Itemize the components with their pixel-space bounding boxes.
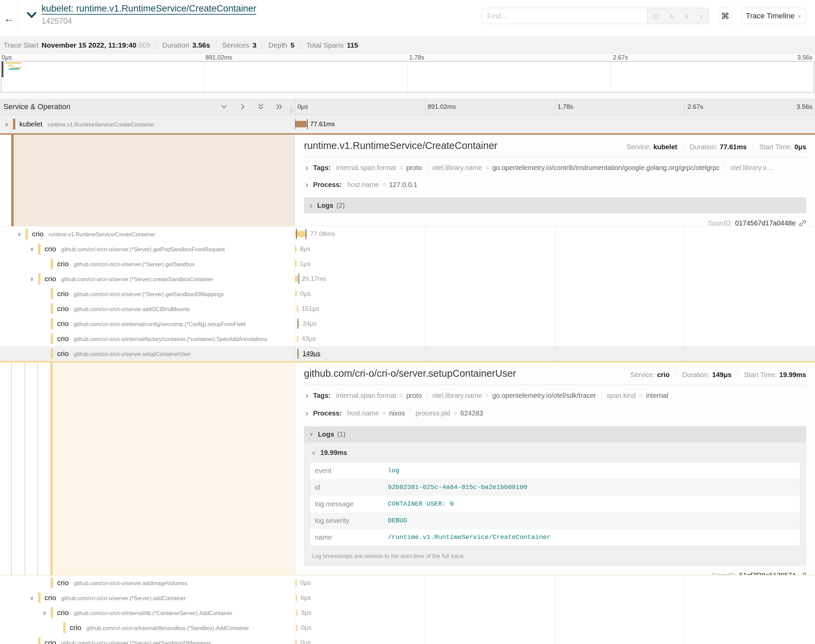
span-row-timeline-cell[interactable]: 1μs — [295, 256, 815, 271]
span-row[interactable]: criogithub.com/cri-o/cri-o/server.addOCI… — [0, 301, 815, 316]
span-row-timeline-cell[interactable]: 0μs — [295, 620, 815, 635]
span-row-timeline-cell[interactable]: 77.61ms — [295, 115, 815, 133]
span-row[interactable]: criogithub.com/cri-o/cri-o/server.(*Serv… — [0, 256, 815, 271]
span-row-timeline-cell[interactable]: 24μs — [295, 316, 815, 331]
span-children-collapse-icon[interactable]: ∨ — [30, 595, 34, 601]
expand-one-icon[interactable] — [238, 103, 247, 111]
span-duration-bar[interactable] — [296, 610, 297, 616]
locate-icon[interactable]: ◎ — [653, 12, 659, 20]
span-duration-label: 0μs — [300, 639, 311, 644]
tag-equals: = — [399, 392, 403, 400]
tag-item: span.kind=internal — [607, 392, 668, 400]
span-row[interactable]: criogithub.com/cri-o/cri-o/internal/fact… — [0, 331, 815, 346]
span-row-timeline-cell[interactable]: 8μs — [295, 241, 815, 256]
summary-item: Total Spans115 — [306, 41, 358, 49]
prev-result-icon[interactable]: ∧ — [669, 12, 674, 20]
span-row-timeline-cell[interactable]: 0μs — [295, 575, 815, 590]
span-duration-bar[interactable] — [295, 246, 297, 252]
span-row-timeline-cell[interactable]: 3μs — [295, 605, 815, 620]
span-row-name-cell[interactable]: ∨kubeletruntime.v1.RuntimeService/Create… — [0, 115, 295, 133]
log-entry-timestamp[interactable]: ∨19.99ms — [312, 449, 800, 457]
span-row-name-cell[interactable]: criogithub.com/cri-o/cri-o/server.(*Serv… — [0, 256, 295, 271]
span-row-name-cell[interactable]: ∨criogithub.com/cri-o/cri-o/server.(*Ser… — [0, 271, 295, 286]
span-children-collapse-icon[interactable]: ∨ — [43, 610, 47, 616]
span-row-name-cell[interactable]: criogithub.com/cri-o/cri-o/server.addOCI… — [0, 301, 295, 316]
span-duration-bar[interactable] — [295, 276, 298, 282]
next-result-icon[interactable]: ∨ — [684, 12, 689, 20]
span-row-timeline-cell[interactable]: 20.17ms — [295, 271, 815, 286]
service-name: crio — [70, 624, 81, 632]
chevron-right-icon[interactable]: › — [305, 181, 308, 189]
span-children-collapse-icon[interactable]: ∨ — [30, 276, 34, 282]
span-row-timeline-cell[interactable]: 151μs — [295, 301, 815, 316]
span-row-name-cell[interactable]: criogithub.com/cri-o/cri-o/internal/lib/… — [0, 620, 295, 635]
clear-search-icon[interactable]: × — [699, 12, 703, 20]
span-row[interactable]: criogithub.com/cri-o/cri-o/server.(*Serv… — [0, 635, 815, 644]
span-row[interactable]: ∨criogithub.com/cri-o/cri-o/server.(*Ser… — [0, 241, 815, 256]
span-row[interactable]: criogithub.com/cri-o/cri-o/server.(*Serv… — [0, 286, 815, 301]
find-input[interactable] — [481, 8, 647, 24]
chevron-right-icon[interactable]: › — [305, 410, 308, 417]
span-row[interactable]: criogithub.com/cri-o/cri-o/server.addIma… — [0, 575, 815, 590]
span-row-name-cell[interactable]: ∨criogithub.com/cri-o/cri-o/server.(*Ser… — [0, 590, 295, 605]
span-row-timeline-cell[interactable]: 149μs — [295, 346, 815, 361]
span-row[interactable]: ∨kubeletruntime.v1.RuntimeService/Create… — [0, 115, 815, 133]
span-row-name-cell[interactable]: criogithub.com/cri-o/cri-o/internal/fact… — [0, 331, 295, 346]
span-row-timeline-cell[interactable]: 77.08ms — [295, 227, 815, 241]
span-row[interactable]: ∨crioruntime.v1.RuntimeService/CreateCon… — [0, 227, 815, 241]
span-row-name-cell[interactable]: ∨crioruntime.v1.RuntimeService/CreateCon… — [0, 227, 295, 241]
chevron-right-icon[interactable]: › — [305, 164, 308, 172]
span-row[interactable]: criogithub.com/cri-o/cri-o/internal/conf… — [0, 316, 815, 331]
span-children-collapse-icon[interactable]: ∨ — [17, 231, 21, 237]
span-duration-bar[interactable] — [295, 231, 307, 237]
span-row[interactable]: criogithub.com/cri-o/cri-o/internal/lib/… — [0, 620, 815, 635]
column-resize-grip[interactable] — [290, 107, 293, 113]
span-row-timeline-cell[interactable]: 6μs — [295, 590, 815, 605]
span-duration-bar[interactable] — [295, 261, 297, 267]
chevron-right-icon[interactable]: › — [305, 392, 308, 399]
expand-all-icon[interactable] — [275, 103, 283, 111]
span-row[interactable]: ∨criogithub.com/cri-o/cri-o/server.(*Ser… — [0, 590, 815, 605]
collapse-one-icon[interactable] — [220, 103, 228, 111]
span-row[interactable]: ∨criogithub.com/cri-o/cri-o/internal/lib… — [0, 605, 815, 620]
trace-collapse-chevron-icon[interactable] — [26, 12, 37, 20]
span-row-name-cell[interactable]: ∨criogithub.com/cri-o/cri-o/internal/lib… — [0, 605, 295, 620]
span-row-name-cell[interactable]: criogithub.com/cri-o/cri-o/server.(*Serv… — [0, 635, 295, 644]
span-duration-bar[interactable] — [296, 625, 297, 631]
trace-view-selector[interactable]: Trace Timeline ∨ — [741, 8, 806, 24]
minimap-drag-handle[interactable] — [2, 61, 3, 77]
span-row-timeline-cell[interactable]: 43μs — [295, 331, 815, 346]
span-row-name-cell[interactable]: criogithub.com/cri-o/cri-o/server.(*Serv… — [0, 286, 295, 301]
span-row[interactable]: ∨criogithub.com/cri-o/cri-o/server.(*Ser… — [0, 271, 815, 286]
chevron-right-icon[interactable]: › — [309, 202, 313, 209]
span-duration-bar[interactable] — [296, 291, 297, 297]
deep-link-icon[interactable] — [799, 572, 806, 575]
minimap-canvas[interactable] — [1, 61, 814, 92]
span-children-collapse-icon[interactable]: ∨ — [5, 121, 9, 127]
trace-title-link[interactable]: kubelet: runtime.v1.RuntimeService/Creat… — [41, 3, 256, 14]
span-children-collapse-icon[interactable]: ∨ — [30, 246, 34, 252]
span-row[interactable]: criogithub.com/cri-o/cri-o/server.setupC… — [0, 346, 815, 361]
span-duration-bar[interactable] — [297, 306, 298, 312]
collapse-all-icon[interactable] — [257, 103, 265, 111]
service-color-bar — [38, 592, 40, 603]
span-row-timeline-cell[interactable]: 0μs — [295, 635, 815, 644]
logs-section-header[interactable]: ›Logs(2) — [304, 198, 806, 213]
span-row-name-cell[interactable]: criogithub.com/cri-o/cri-o/server.setupC… — [0, 346, 295, 361]
keyboard-shortcuts-button[interactable]: ⌘ — [718, 8, 732, 24]
span-duration-bar[interactable] — [297, 336, 298, 342]
chevron-down-icon[interactable]: ∨ — [309, 431, 313, 437]
span-duration-bar[interactable] — [296, 639, 297, 644]
span-duration-bar[interactable] — [296, 595, 297, 601]
span-duration-bar[interactable] — [295, 121, 307, 127]
span-row-name-cell[interactable]: criogithub.com/cri-o/cri-o/internal/conf… — [0, 316, 295, 331]
logs-section-header[interactable]: ∨Logs(1) — [304, 426, 806, 442]
back-button[interactable]: ← — [0, 0, 18, 37]
span-row-name-cell[interactable]: ∨criogithub.com/cri-o/cri-o/server.(*Ser… — [0, 241, 295, 256]
chevron-down-icon[interactable]: ∨ — [312, 450, 316, 456]
span-row-timeline-cell[interactable]: 0μs — [295, 286, 815, 301]
span-row-name-cell[interactable]: criogithub.com/cri-o/cri-o/server.addIma… — [0, 575, 295, 590]
span-duration-bar[interactable] — [296, 580, 297, 586]
meta-value: 19.99ms — [779, 371, 806, 379]
deep-link-icon[interactable] — [799, 220, 806, 226]
